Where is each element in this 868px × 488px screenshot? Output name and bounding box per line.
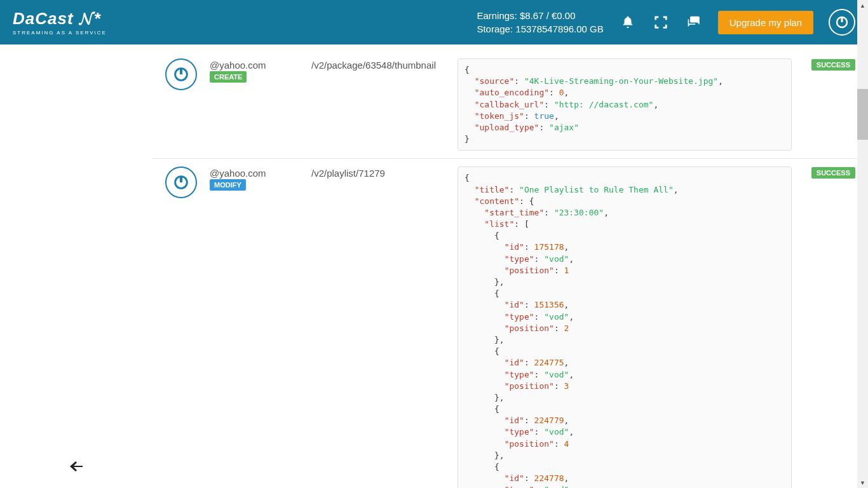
payload-json[interactable]: { "source": "4K-Live-Streaming-on-Your-W…: [458, 58, 792, 151]
bell-icon[interactable]: [619, 13, 637, 31]
back-arrow-icon[interactable]: [70, 459, 83, 475]
avatar: [165, 58, 197, 90]
logo-text: DaCast 𝓝*: [13, 9, 102, 29]
logo[interactable]: DaCast 𝓝* STREAMING AS A SERVICE: [13, 9, 107, 36]
content: @yahoo.com CREATE/v2/package/63548/thumb…: [0, 44, 868, 488]
endpoint-path: /v2/playlist/71279: [311, 166, 445, 179]
log-entry: @yahoo.com MODIFY/v2/playlist/71279{ "ti…: [153, 159, 868, 488]
fullscreen-icon[interactable]: [652, 13, 670, 31]
entry-meta: @yahoo.com MODIFY: [210, 166, 299, 191]
endpoint-path: /v2/package/63548/thumbnail: [311, 58, 445, 71]
header: DaCast 𝓝* STREAMING AS A SERVICE Earning…: [0, 0, 868, 44]
log-list[interactable]: @yahoo.com CREATE/v2/package/63548/thumb…: [153, 44, 868, 488]
scroll-down-icon[interactable]: ▼: [857, 477, 868, 488]
storage-label: Storage:: [477, 24, 513, 34]
payload-json[interactable]: { "title": "One Playlist to Rule Them Al…: [458, 166, 792, 488]
status-col: SUCCESS: [804, 58, 855, 71]
user-email: @yahoo.com: [210, 168, 266, 179]
action-badge: CREATE: [210, 71, 247, 83]
page-scrollbar[interactable]: ▲ ▼: [857, 0, 868, 488]
header-right: Earnings: $8.67 / €0.00 Storage: 1537854…: [477, 9, 855, 36]
upgrade-button[interactable]: Upgrade my plan: [718, 11, 813, 34]
account-menu-button[interactable]: [829, 9, 855, 36]
chat-icon[interactable]: [685, 13, 703, 31]
status-col: SUCCESS: [804, 166, 855, 179]
logo-tagline: STREAMING AS A SERVICE: [13, 30, 107, 36]
earnings-label: Earnings:: [477, 10, 517, 21]
storage-value: 15378547896.00 GB: [515, 24, 603, 34]
earnings-value: $8.67 / €0.00: [520, 10, 576, 21]
avatar: [165, 166, 197, 198]
user-email: @yahoo.com: [210, 60, 266, 71]
entry-meta: @yahoo.com CREATE: [210, 58, 299, 83]
log-entry: @yahoo.com CREATE/v2/package/63548/thumb…: [153, 51, 868, 159]
status-badge: SUCCESS: [811, 59, 855, 71]
sidebar: [0, 44, 153, 488]
status-badge: SUCCESS: [811, 167, 855, 179]
scroll-up-icon[interactable]: ▲: [857, 0, 868, 11]
action-badge: MODIFY: [210, 179, 246, 191]
account-stats: Earnings: $8.67 / €0.00 Storage: 1537854…: [477, 9, 603, 36]
scroll-thumb[interactable]: [857, 89, 868, 140]
